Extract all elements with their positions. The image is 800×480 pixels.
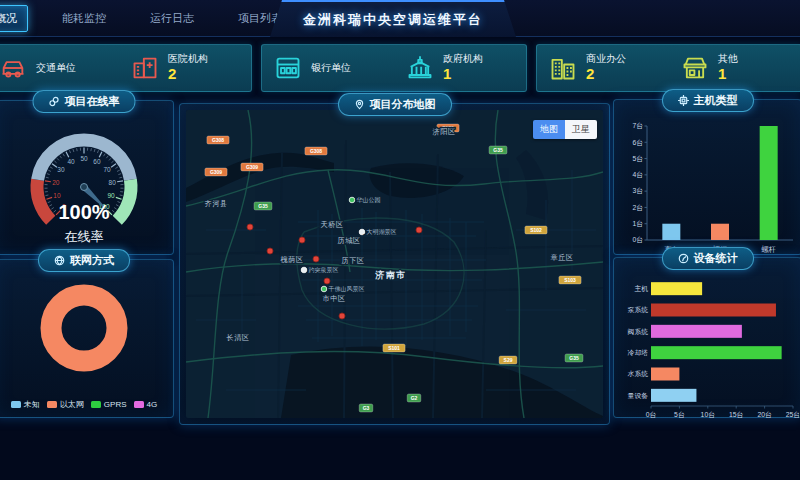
svg-text:5台: 5台 (674, 411, 685, 419)
svg-text:0台: 0台 (645, 411, 656, 419)
platform-title-block: 金洲科瑞中央空调运维平台 (270, 0, 516, 37)
svg-text:主机: 主机 (634, 285, 648, 292)
pin-icon (354, 99, 365, 110)
map-canvas[interactable]: G308G308G309G309G220G35G35G2G3G35S102S10… (186, 110, 603, 418)
online-rate-value: 100% (58, 201, 109, 223)
map-district-label: 历城区 (337, 236, 360, 245)
map-poi-label: 华山公园 (357, 197, 381, 204)
svg-text:G2: G2 (411, 395, 418, 401)
panel-title: 项目在线率 (65, 94, 120, 109)
network-legend: 未知以太网GPRS4G (0, 399, 173, 410)
svg-text:20: 20 (52, 179, 60, 186)
svg-text:G35: G35 (258, 203, 268, 209)
svg-text:G308: G308 (310, 148, 322, 154)
map-layer-button-map[interactable]: 地图 (533, 120, 565, 139)
map-poi-marker[interactable] (349, 197, 355, 203)
nav-tab-1[interactable]: 概况 (0, 5, 28, 32)
stats-row: 交通单位医院机构2银行单位政府机构1商业办公2其他1 (0, 44, 800, 92)
svg-text:15台: 15台 (729, 411, 744, 419)
legend-item[interactable]: 4G (134, 400, 158, 409)
map-district-label: 长清区 (225, 333, 249, 342)
svg-text:90: 90 (107, 192, 115, 199)
map-layer-controls: 地图卫星 (533, 120, 597, 139)
svg-text:25台: 25台 (785, 411, 798, 419)
panel-title: 项目分布地图 (370, 97, 436, 112)
stat-label: 其他 (718, 53, 738, 65)
cpu-icon (678, 95, 689, 106)
stat-card: 商业办公2其他1 (536, 44, 800, 92)
map-district-label: 天桥区 (320, 220, 343, 229)
map-district-label: 济南市 (374, 270, 407, 280)
svg-text:G35: G35 (569, 355, 579, 361)
device-stats-bar[interactable] (651, 368, 679, 381)
map-district-label: 槐荫区 (280, 255, 303, 264)
panel-title: 设备统计 (694, 251, 738, 266)
host-type-bar[interactable] (662, 224, 680, 240)
svg-text:量设备: 量设备 (627, 392, 648, 400)
stat-item: 商业办公2 (537, 53, 669, 83)
device-stats-bar[interactable] (651, 304, 776, 317)
map-poi-marker[interactable] (301, 267, 307, 273)
legend-item[interactable]: 以太网 (47, 399, 84, 410)
map-district-label: 历下区 (341, 256, 364, 265)
map-poi-label: 趵突泉景区 (309, 266, 339, 273)
svg-text:60: 60 (93, 158, 101, 165)
host-type-bar-chart: 0台1台2台3台4台5台6台7台离心螺杆螺杆 (617, 114, 799, 260)
stat-label: 医院机构 (168, 53, 208, 65)
nav-tab-3[interactable]: 运行日志 (140, 6, 204, 31)
legend-label: 未知 (24, 399, 40, 410)
nav-tab-2[interactable]: 能耗监控 (52, 6, 116, 31)
legend-label: GPRS (104, 400, 127, 409)
svg-text:G35: G35 (493, 147, 503, 153)
svg-text:泵系统: 泵系统 (627, 306, 648, 314)
device-stats-bar[interactable] (651, 346, 782, 359)
svg-text:S102: S102 (530, 227, 542, 233)
online-rate-caption: 在线率 (65, 229, 104, 244)
stat-label: 商业办公 (586, 53, 626, 65)
project-marker[interactable] (299, 237, 305, 243)
panel-network-type: 联网方式 未知以太网GPRS4G (0, 259, 174, 418)
host-type-bar[interactable] (711, 224, 729, 240)
project-marker[interactable] (324, 278, 330, 284)
panel-title: 联网方式 (70, 253, 114, 268)
svg-text:5台: 5台 (632, 155, 643, 163)
legend-item[interactable]: GPRS (91, 400, 127, 409)
panel-map-header: 项目分布地图 (338, 93, 452, 116)
panel-title: 主机类型 (694, 93, 738, 108)
link-icon (49, 96, 60, 107)
svg-text:2台: 2台 (632, 204, 643, 212)
svg-text:G308: G308 (212, 137, 224, 143)
project-marker[interactable] (247, 224, 253, 230)
svg-text:10台: 10台 (700, 411, 715, 419)
project-marker[interactable] (313, 256, 319, 262)
map-poi-marker[interactable] (321, 286, 327, 292)
stat-label: 银行单位 (311, 62, 351, 74)
svg-text:40: 40 (67, 158, 75, 165)
svg-text:6台: 6台 (632, 139, 643, 147)
project-marker[interactable] (267, 248, 273, 254)
tool-icon (678, 253, 689, 264)
legend-swatch (11, 401, 21, 408)
map-district-label: 济阳区 (432, 127, 455, 136)
device-stats-bar[interactable] (651, 282, 702, 295)
device-stats-bar[interactable] (651, 389, 696, 402)
svg-text:阀系统: 阀系统 (627, 328, 648, 336)
project-marker[interactable] (339, 313, 345, 319)
stat-card: 银行单位政府机构1 (261, 44, 527, 92)
stat-value: 1 (443, 65, 483, 83)
legend-swatch (91, 401, 101, 408)
panel-device-stats: 设备统计 0台5台10台15台20台25台主机泵系统阀系统冷却塔水系统量设备 (613, 257, 800, 418)
host-type-bar[interactable] (759, 126, 777, 240)
map-district-label: 齐河县 (204, 199, 227, 208)
device-stats-bar[interactable] (651, 325, 742, 338)
device-stats-bar-chart: 0台5台10台15台20台25台主机泵系统阀系统冷却塔水系统量设备 (617, 272, 799, 424)
map-poi-marker[interactable] (359, 229, 365, 235)
legend-item[interactable]: 未知 (11, 399, 40, 410)
online-rate-gauge: 0102030405060708090100100%在线率 (1, 117, 167, 249)
map-district-label: 章丘区 (550, 253, 573, 262)
legend-label: 4G (147, 400, 158, 409)
stat-label: 政府机构 (443, 53, 483, 65)
legend-label: 以太网 (60, 399, 84, 410)
map-layer-button-satellite[interactable]: 卫星 (565, 120, 597, 139)
project-marker[interactable] (416, 227, 422, 233)
